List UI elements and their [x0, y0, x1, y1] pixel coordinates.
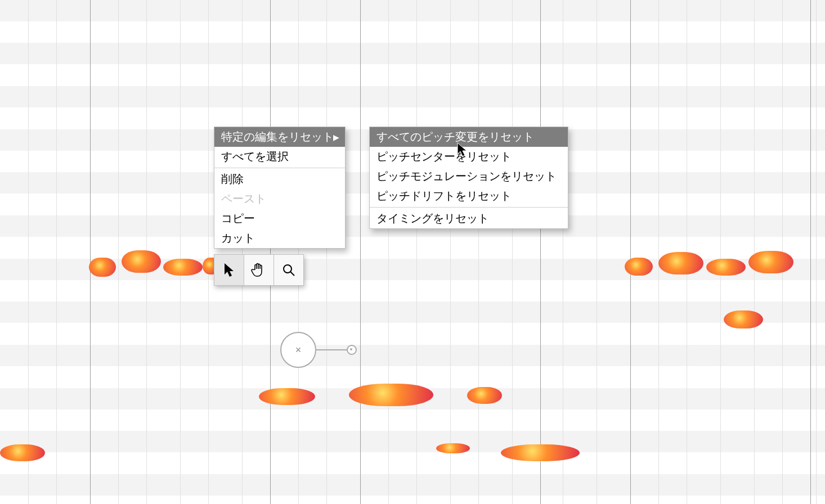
magnifier-icon [281, 263, 296, 277]
hand-tool[interactable] [244, 255, 274, 285]
menu-separator [370, 207, 568, 208]
menu-select-all[interactable]: すべてを選択 [214, 147, 345, 166]
pitch-editor-canvas[interactable]: × [0, 0, 825, 504]
submenu-reset-pitch-modulation[interactable]: ピッチモジュレーションをリセット [370, 166, 568, 186]
menu-copy[interactable]: コピー [214, 209, 345, 228]
menu-paste: ペースト [214, 189, 345, 209]
submenu-reset-pitch-drift[interactable]: ピッチドリフトをリセット [370, 186, 568, 206]
chevron-right-icon: ▶ [333, 133, 339, 142]
submenu-reset-timing[interactable]: タイミングをリセット [370, 209, 568, 228]
menu-delete[interactable]: 削除 [214, 169, 345, 189]
tool-palette[interactable] [214, 254, 304, 286]
zoom-tool[interactable] [274, 255, 303, 285]
context-menu[interactable]: 特定の編集をリセット ▶ すべてを選択 削除 ペースト コピー カット [214, 127, 346, 249]
menu-reset-specific[interactable]: 特定の編集をリセット ▶ [214, 127, 345, 147]
scroll-ring-close-icon[interactable]: × [280, 332, 316, 368]
svg-point-0 [284, 265, 292, 273]
scroll-handle[interactable]: × [280, 332, 357, 368]
hand-icon [250, 262, 267, 278]
menu-cut[interactable]: カット [214, 228, 345, 248]
menu-separator [214, 168, 345, 168]
context-submenu[interactable]: すべてのピッチ変更をリセット ピッチセンターをリセット ピッチモジュレーションを… [369, 127, 568, 229]
submenu-reset-pitch-center[interactable]: ピッチセンターをリセット [370, 147, 568, 166]
pointer-icon [223, 262, 235, 278]
svg-line-1 [290, 272, 294, 276]
submenu-reset-all-pitch[interactable]: すべてのピッチ変更をリセット [370, 127, 568, 147]
pointer-tool[interactable] [214, 255, 244, 285]
